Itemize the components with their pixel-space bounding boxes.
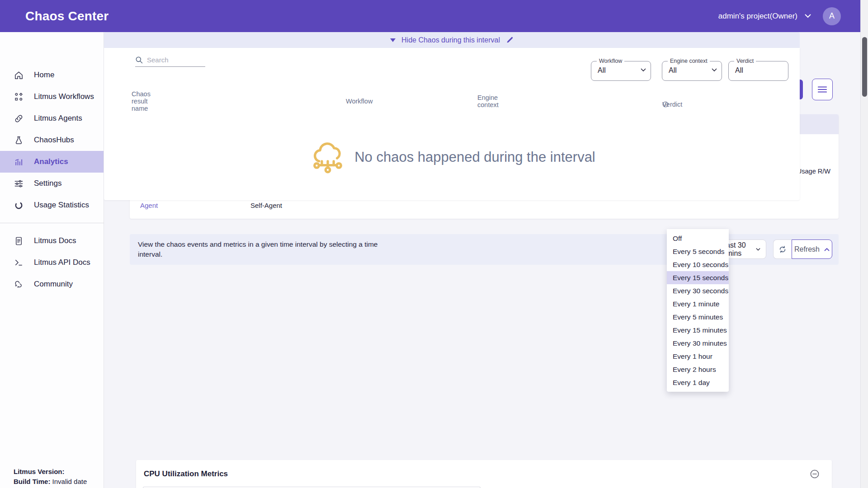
dashboard-menu-button[interactable] — [812, 79, 833, 100]
project-label: admin's project(Owner) — [718, 12, 797, 21]
collapse-minus-icon[interactable] — [810, 469, 819, 479]
page-scrollbar[interactable] — [860, 0, 868, 488]
scrollbar-thumb[interactable] — [862, 37, 867, 97]
sidebar-item-litmus-api-docs[interactable]: Litmus API Docs — [0, 252, 104, 273]
refresh-option-15s[interactable]: Every 15 seconds — [667, 271, 729, 284]
cpu-utilization-section: CPU Utilization Metrics — [136, 460, 832, 488]
filter-label: Workflow — [597, 58, 624, 64]
app-title: Chaos Center — [25, 9, 108, 23]
time-interval-bar: View the chaos events and metrics in a g… — [130, 234, 839, 265]
terminal-icon — [14, 258, 24, 268]
refresh-option-1d[interactable]: Every 1 day — [667, 376, 729, 389]
workflows-icon — [14, 92, 24, 102]
refresh-label: Refresh — [794, 245, 820, 253]
build-time-value: Invalid date — [52, 478, 87, 485]
filter-value: All — [669, 66, 677, 75]
hide-chaos-label: Hide Chaos during this interval — [401, 36, 500, 44]
main-content: Analytics / Application-dashboard Back S… — [104, 32, 860, 488]
chevron-down-icon — [712, 68, 717, 72]
engine-context-filter-select[interactable]: Engine context All — [662, 61, 722, 81]
agents-icon — [14, 113, 24, 124]
sidebar-item-label: Usage Statistics — [34, 201, 89, 210]
sidebar-item-label: Home — [34, 70, 54, 80]
sidebar-item-community[interactable]: Community — [0, 273, 104, 295]
docs-icon — [14, 236, 24, 246]
sidebar-item-home[interactable]: Home — [0, 64, 104, 86]
chaos-center-app: Chaos Center admin's project(Owner) A Ho… — [0, 0, 868, 488]
workflow-filter-select[interactable]: Workflow All — [591, 61, 651, 81]
top-header: Chaos Center admin's project(Owner) A — [0, 0, 868, 32]
avatar[interactable]: A — [823, 7, 841, 25]
edit-pencil-icon[interactable] — [506, 36, 514, 44]
refresh-option-2h[interactable]: Every 2 hours — [667, 363, 729, 376]
project-switcher[interactable]: admin's project(Owner) — [718, 12, 811, 21]
chevron-down-icon — [805, 14, 811, 18]
sidebar-item-analytics[interactable]: Analytics — [0, 151, 104, 173]
sidebar-item-litmus-workflows[interactable]: Litmus Workflows — [0, 86, 104, 108]
refresh-rate-dropdown[interactable]: Refresh — [792, 239, 832, 259]
sidebar-item-label: Litmus Workflows — [34, 92, 94, 101]
column-verdict: Verdict — [662, 101, 669, 108]
usage-icon — [14, 200, 24, 211]
refresh-option-1m[interactable]: Every 1 minute — [667, 297, 729, 310]
sidebar-item-litmus-docs[interactable]: Litmus Docs — [0, 230, 104, 252]
collapse-triangle-icon — [390, 38, 396, 42]
refresh-option-30m[interactable]: Every 30 minutes — [667, 337, 729, 350]
cpu-section-title: CPU Utilization Metrics — [144, 469, 228, 479]
config-label-agent: Agent — [140, 202, 250, 209]
verdict-filter-select[interactable]: Verdict All — [728, 61, 788, 81]
version-info: Litmus Version: Build Time: Invalid date — [14, 467, 87, 487]
sidebar-item-label: Settings — [34, 179, 61, 188]
interval-description: View the chaos events and metrics in a g… — [138, 239, 391, 259]
sidebar-item-label: ChaosHubs — [34, 136, 74, 145]
refresh-now-button[interactable] — [773, 239, 792, 259]
sidebar-item-label: Analytics — [34, 157, 68, 166]
build-time-label: Build Time: — [14, 478, 50, 485]
refresh-option-15m[interactable]: Every 15 minutes — [667, 324, 729, 337]
chevron-down-icon — [641, 68, 646, 72]
refresh-option-5s[interactable]: Every 5 seconds — [667, 245, 729, 258]
sidebar-item-label: Litmus Agents — [34, 114, 82, 123]
filter-value: All — [735, 66, 743, 75]
filter-value: All — [598, 66, 606, 75]
refresh-option-30s[interactable]: Every 30 seconds — [667, 284, 729, 297]
sidebar-item-label: Litmus Docs — [34, 236, 76, 245]
refresh-option-off[interactable]: Off — [667, 232, 729, 245]
litmus-version-label: Litmus Version: — [14, 468, 65, 475]
sidebar-item-litmus-agents[interactable]: Litmus Agents — [0, 108, 104, 129]
cloud-network-icon — [308, 138, 347, 176]
chevron-up-icon — [824, 248, 830, 251]
sidebar-item-chaoshubs[interactable]: ChaosHubs — [0, 129, 104, 151]
sidebar-divider — [0, 223, 104, 223]
sidebar-item-label: Community — [34, 280, 73, 289]
sidebar-item-label: Litmus API Docs — [34, 258, 90, 267]
filter-label: Verdict — [734, 58, 756, 64]
refresh-option-5m[interactable]: Every 5 minutes — [667, 310, 729, 324]
chaoshubs-icon — [14, 135, 24, 145]
sidebar-item-usage-statistics[interactable]: Usage Statistics — [0, 194, 104, 216]
settings-icon — [14, 178, 24, 189]
search-icon — [135, 56, 143, 64]
home-icon — [14, 70, 24, 80]
sidebar: Home Litmus Workflows Litmus Agents Chao… — [0, 32, 104, 488]
hide-chaos-toggle[interactable]: Hide Chaos during this interval — [104, 32, 800, 48]
search-field[interactable] — [135, 56, 205, 67]
chevron-down-icon — [756, 248, 760, 251]
sidebar-item-settings[interactable]: Settings — [0, 173, 104, 194]
config-value-agent: Self-Agent — [250, 202, 334, 209]
analytics-icon — [14, 157, 24, 167]
community-icon — [14, 279, 24, 290]
search-input[interactable] — [147, 56, 199, 64]
filter-label: Engine context — [668, 58, 710, 64]
refresh-icon — [778, 245, 787, 254]
refresh-option-1h[interactable]: Every 1 hour — [667, 350, 729, 363]
refresh-option-10s[interactable]: Every 10 seconds — [667, 258, 729, 271]
avatar-initial: A — [829, 11, 835, 21]
hamburger-icon — [818, 86, 827, 93]
refresh-rate-menu: Off Every 5 seconds Every 10 seconds Eve… — [667, 229, 729, 392]
empty-message: No chaos happened during the interval — [354, 149, 595, 165]
empty-state: No chaos happened during the interval — [104, 138, 800, 176]
